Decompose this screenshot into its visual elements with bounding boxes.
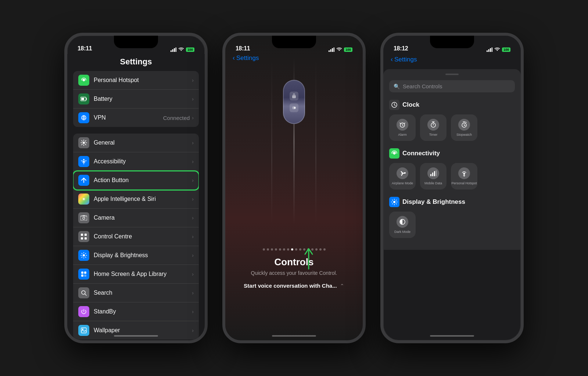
svg-point-7 [82,116,86,120]
mobile-data-label: Mobile Data [424,181,442,185]
personal-hotspot-label: Personal Hotspot [94,77,192,84]
status-icons-1: 100 [171,47,194,52]
airplane-mode-button[interactable]: Airplane Mode [389,163,416,189]
dark-mode-button[interactable]: Dark Mode [389,212,416,238]
dark-mode-label: Dark Mode [394,230,410,234]
wifi-icon [178,47,184,52]
controls-action-row: Start voice conversation with Cha... ⌃ [225,283,363,289]
phone-2: 18:11 100 ‹ Settings [222,33,366,343]
back-arrow-icon[interactable]: ‹ [233,54,235,62]
connectivity-section-title: Connectivity [402,150,440,157]
svg-rect-36 [491,47,492,52]
list-item[interactable]: Accessibility › [73,152,199,171]
list-item[interactable]: Camera › [73,209,199,227]
svg-rect-0 [171,50,172,52]
vpn-label: VPN [94,114,163,121]
action-pill-visual [283,80,305,124]
personal-hotspot-ctrl-button[interactable]: Personal Hotspot [451,163,477,189]
chevron-icon: › [192,159,194,164]
svg-rect-19 [81,272,83,274]
svg-rect-16 [81,237,83,240]
stopwatch-button[interactable]: Stopwatch [451,114,477,141]
svg-rect-42 [430,174,431,176]
mobile-data-button[interactable]: Mobile Data [420,163,447,189]
svg-rect-15 [85,234,87,236]
dot [267,248,269,251]
list-item[interactable]: Control Centre › [73,227,199,246]
dot [263,248,265,251]
settings-header: Settings [67,54,205,71]
list-item[interactable]: Battery › [73,90,199,109]
home-indicator-2 [272,335,316,337]
controls-heading: Controls [225,256,363,268]
list-item[interactable]: Home Screen & App Library › [73,265,199,284]
svg-rect-20 [84,272,86,274]
search-icon: 🔍 [394,84,400,89]
panel-handle [445,74,459,75]
list-item[interactable]: Search › [73,284,199,302]
list-item[interactable]: Apple Intelligence & Siri › [73,190,199,209]
wifi-icon [336,47,342,52]
nav-back-label-3[interactable]: Settings [394,56,417,63]
status-icons-3: 100 [487,47,510,52]
svg-rect-14 [81,234,83,236]
action-button-icon [78,175,89,186]
list-item[interactable]: VPN Connected › [73,109,199,127]
alarm-label: Alarm [398,133,407,137]
clock-section-title: Clock [402,101,419,109]
hotspot-label: Personal Hotspot [451,181,477,185]
list-item[interactable]: Wallpaper › [73,321,199,340]
status-time-1: 18:11 [78,45,92,52]
standby-icon [78,306,89,317]
mobile-data-icon [427,167,439,179]
chevron-icon: › [192,327,194,333]
clock-section-icon [389,100,399,110]
search-icon [78,287,89,298]
svg-rect-45 [436,170,437,176]
phone-1: 18:11 100 Settings [64,33,208,343]
stopwatch-label: Stopwatch [456,133,472,137]
action-button-item[interactable]: Action Button › [73,171,199,190]
svg-point-11 [83,198,85,200]
search-bar[interactable]: 🔍 Search Controls [389,80,515,92]
nav-back-label-2[interactable]: Settings [236,54,259,62]
search-placeholder: Search Controls [403,83,442,89]
back-arrow-icon-3[interactable]: ‹ [391,56,393,63]
camera-icon [78,212,89,223]
alarm-button[interactable]: Alarm [389,114,416,141]
status-bar-3: 18:12 100 [383,36,521,54]
chevron-icon: › [192,96,194,102]
list-item[interactable]: Personal Hotspot › [73,71,199,90]
battery-badge-3: 100 [502,47,510,52]
list-item[interactable]: Display & Brightness › [73,246,199,265]
svg-rect-31 [332,48,333,52]
svg-rect-6 [81,98,84,100]
svg-rect-43 [432,173,433,176]
display-controls-grid: Dark Mode [389,212,515,238]
status-time-3: 18:12 [394,45,408,52]
signal-icon [329,47,334,52]
timer-button[interactable]: Timer [420,114,447,141]
controls-pagination [225,248,363,251]
controls-subheading: Quickly access your favourite Control. [225,270,363,276]
display-label: Display & Brightness [94,252,192,259]
svg-rect-35 [490,48,491,52]
home-indicator-1 [114,335,158,337]
dot [279,248,281,251]
list-item[interactable]: StandBy › [73,302,199,321]
battery-icon [78,93,89,104]
airplane-label: Airplane Mode [392,181,413,185]
chevron-icon: › [192,290,194,296]
airplane-icon [397,167,408,179]
settings-section-mid: General › Accessibility › Action Button … [73,134,199,340]
control-centre-icon [78,231,89,242]
screen-1: Settings Personal Hotspot › Battery › [67,54,205,343]
general-label: General [94,139,192,146]
pill-toggle-icon-2 [290,103,298,112]
list-item[interactable]: General › [73,134,199,152]
settings-section-top: Personal Hotspot › Battery › VPN Connect… [73,71,199,127]
signal-icon [487,47,492,52]
chevron-icon: › [192,77,194,83]
settings-title: Settings [75,57,197,67]
dark-mode-icon [397,216,408,228]
